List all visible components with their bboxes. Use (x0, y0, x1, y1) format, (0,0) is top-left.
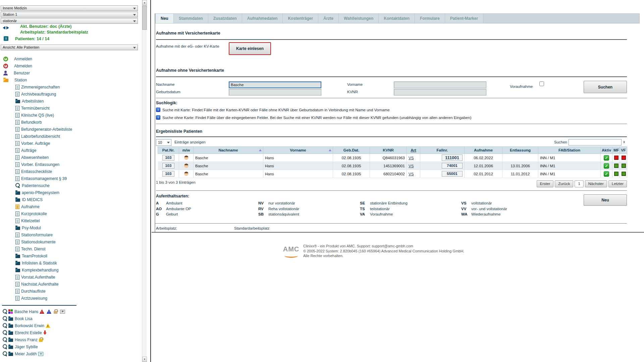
sidebar-item-patientensuche[interactable]: Patientensuche (0, 182, 142, 189)
tab-neu[interactable]: Neu (156, 14, 174, 23)
tab-aerzte[interactable]: Ärzte (318, 14, 339, 23)
col-vorname[interactable]: Vorname (263, 147, 333, 154)
sidebar-item-aufnahme[interactable]: Aufnahme (0, 203, 142, 210)
sidebar-item-vorber-entlassungen[interactable]: Vorber. Entlassungen (0, 161, 142, 168)
patient-list-item-basche-hans[interactable]: Basche Hans P (0, 308, 142, 315)
col-fab-station[interactable]: FAB/Station (538, 147, 601, 154)
sidebar-item-id-medics[interactable]: ID MEDICS (0, 196, 142, 203)
sidebar-item-arbeitslisten[interactable]: Arbeitslisten (0, 98, 142, 105)
col-fallnr[interactable]: Fallnr. (420, 147, 465, 154)
nachname-input[interactable] (229, 81, 321, 88)
scroll-down-button[interactable]: ▼ (142, 357, 147, 362)
table-search-input[interactable] (569, 139, 622, 145)
sidebar-item-archivbeauftragung[interactable]: Archivbeauftragung (0, 90, 142, 98)
sidebar-item-psy-modul[interactable]: Psy-Modul (0, 224, 142, 231)
pat-nr-button[interactable]: 103 (162, 155, 174, 161)
vorname-input[interactable] (394, 81, 486, 88)
col-aktiv[interactable]: Aktiv (601, 147, 612, 154)
patient-list-item-borkowski-erwin[interactable]: Borkowski Erwin (0, 322, 142, 329)
col-entlassung[interactable]: Entlassung (502, 147, 538, 154)
tab-stammdaten[interactable]: Stammdaten (174, 14, 208, 23)
sidebar-item-terminuebersicht[interactable]: Terminübersicht (0, 105, 142, 112)
patient-list-item-book-lisa[interactable]: Book Lisa (0, 315, 142, 322)
pat-nr-button[interactable]: 103 (162, 163, 174, 169)
sidebar-item-stationsformulare[interactable]: Stationsformulare (0, 231, 142, 238)
page-last-button[interactable]: Letzter (608, 180, 627, 187)
suchen-button[interactable]: Suchen (584, 81, 627, 93)
art-link[interactable]: VS (409, 164, 414, 168)
tab-kontaktdaten[interactable]: Kontaktdaten (379, 14, 415, 23)
sidebar-item-vorstat-aufenthalte[interactable]: Vorstat.Aufenthalte (0, 274, 142, 281)
sidebar-item-techn-dienst[interactable]: Techn. Dienst (0, 245, 142, 252)
page-first-button[interactable]: Erster (537, 180, 554, 187)
sidebar-item-entlasscheckliste[interactable]: Entlasscheckliste (0, 168, 142, 175)
col-aufnahme[interactable]: Aufnahme (465, 147, 502, 154)
sidebar-item-abwesenheiten[interactable]: Abwesenheiten (0, 154, 142, 161)
voraufnahme-checkbox[interactable] (539, 81, 544, 86)
clear-search-button[interactable]: x (623, 140, 625, 144)
sidebar-item-vorber-auftraege[interactable]: Vorber. Aufträge (0, 140, 142, 147)
art-link[interactable]: VS (409, 172, 414, 176)
col-vf[interactable]: VF (620, 147, 627, 154)
sidebar-item-anmelden[interactable]: Anmelden (0, 55, 142, 62)
sidebar-item-auftraege[interactable]: Aufträge (0, 147, 142, 154)
fallnr-button[interactable]: 55001 (442, 171, 463, 177)
geburtsdatum-input[interactable] (229, 89, 321, 96)
care-type-select[interactable]: stationär (1, 18, 138, 24)
sidebar-item-infolisten[interactable]: Infolisten & Statistik (0, 259, 142, 266)
col-mf[interactable]: MF (612, 147, 620, 154)
tab-formulare[interactable]: Formulare (415, 14, 445, 23)
station-select[interactable]: Station 1 (1, 12, 138, 17)
col-art[interactable]: Art (407, 147, 420, 154)
col-nachname[interactable]: Nachname (194, 147, 263, 154)
sidebar-item-klinische-qs[interactable]: Klinische QS (live) (0, 112, 142, 119)
tab-kostentraeger[interactable]: Kostenträger (283, 14, 318, 23)
department-select[interactable]: Innere Medizin (1, 5, 138, 11)
tab-patient-marker[interactable]: Patient-Marker (445, 14, 483, 23)
sidebar-item-apenio[interactable]: apenio-Pflegesystem (0, 189, 142, 196)
patient-list-item-jaeger-sybille[interactable]: Jäger Sybille (0, 343, 142, 350)
page-prev-button[interactable]: Zurück (555, 180, 573, 187)
sidebar-item-komplexbehandlung[interactable]: Komplexbehandlung (0, 266, 142, 274)
karte-einlesen-button[interactable]: Karte einlesen (229, 42, 271, 55)
pat-nr-button[interactable]: 103 (162, 171, 174, 177)
page-1-button[interactable]: 1 (575, 180, 583, 187)
col-pat-nr[interactable]: Pat.Nr. (158, 147, 179, 154)
kvnr-input[interactable] (394, 89, 486, 96)
patient-list-item-heuss-franz[interactable]: Heuss Franz (0, 336, 142, 343)
sidebar-item-zimmereigenschaften[interactable]: Zimmereigenschaften (0, 83, 142, 90)
fallnr-button[interactable]: 111001 (442, 155, 463, 161)
sidebar-item-stationsdokumente[interactable]: Stationsdokumente (0, 238, 142, 245)
sidebar-item-benutzer[interactable]: Benutzer (0, 69, 142, 76)
col-mw[interactable]: m/w (179, 147, 194, 154)
sidebar-item-teamprotokoll[interactable]: TeamProtokoll (0, 252, 142, 259)
sidebar-item-befundkorb[interactable]: Befundkorb (0, 119, 142, 126)
tab-aufnahmedaten[interactable]: Aufnahmedaten (242, 14, 283, 23)
cell-nachname: Basche (194, 162, 263, 170)
sidebar-item-station[interactable]: Station (0, 76, 142, 83)
col-kvnr[interactable]: KVNR (370, 147, 407, 154)
sidebar-item-befundgenerator[interactable]: Befundgenerator-Arbeitsliste (0, 126, 142, 133)
fallnr-button[interactable]: 74001 (442, 163, 463, 169)
patient-list-item-meier-judith[interactable]: Meier Judith M (0, 350, 142, 357)
collapse-arrows-icon[interactable] (3, 26, 10, 30)
sidebar-item-laborbefunduebersicht[interactable]: Laborbefundübersicht (0, 133, 142, 140)
sidebar-item-arztzuweisung[interactable]: Arztzuweisung (0, 295, 142, 302)
neu-button[interactable]: Neu (584, 194, 627, 206)
view-select[interactable]: Ansicht: Alle Patienten (1, 45, 138, 50)
sidebar-item-kurzprotokolle[interactable]: Kurzprotokolle (0, 210, 142, 217)
scrollbar-thumb[interactable] (142, 6, 147, 30)
sidebar-item-durchlaufliste[interactable]: Durchlaufliste (0, 288, 142, 295)
sidebar-item-nachstat-aufenthalte[interactable]: Nachstat.Aufenthalte (0, 281, 142, 288)
page-size-select[interactable]: 10 (156, 139, 171, 146)
patient-list-item-ebrecht-estelle[interactable]: Ebrecht Estelle (0, 329, 142, 336)
tab-wahlleistungen[interactable]: Wahlleistungen (339, 14, 379, 23)
sidebar-item-kittelzettel[interactable]: Kittelzettel (0, 217, 142, 224)
tab-zusatzdaten[interactable]: Zusatzdaten (208, 14, 242, 23)
art-link[interactable]: VS (409, 156, 414, 160)
scroll-up-button[interactable]: ▲ (142, 0, 147, 5)
sidebar-item-entlassmanagement[interactable]: Entlassmanagement § 39 (0, 175, 142, 182)
col-geb-dat[interactable]: Geb.Dat. (333, 147, 370, 154)
page-next-button[interactable]: Nächster (585, 180, 607, 187)
sidebar-item-abmelden[interactable]: Abmelden (0, 62, 142, 69)
